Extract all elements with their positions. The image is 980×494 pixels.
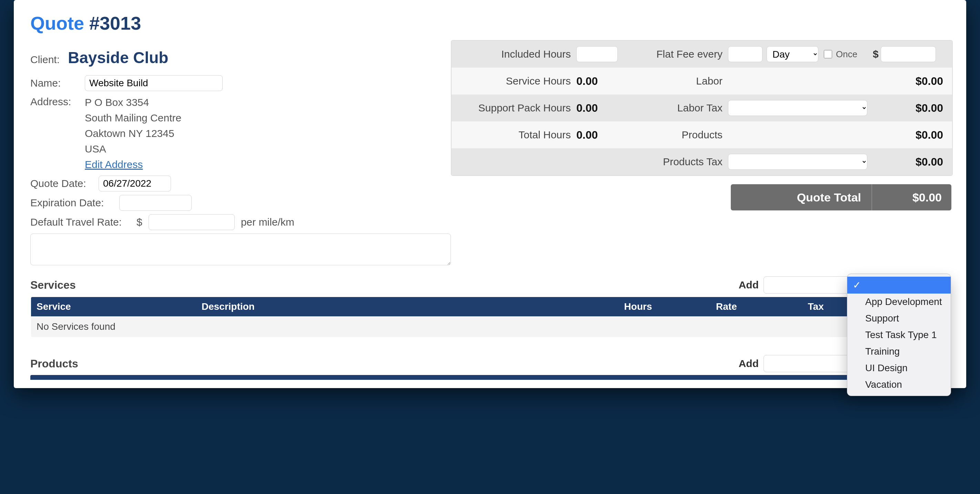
- name-label: Name:: [30, 77, 79, 89]
- travel-rate-currency: $: [137, 216, 142, 228]
- summary-table: Included Hours Flat Fee every Day Once: [451, 40, 953, 176]
- services-option-app-development[interactable]: App Development: [847, 293, 951, 310]
- products-label: Products: [625, 126, 725, 144]
- labor-tax-label: Labor Tax: [625, 99, 725, 117]
- services-table: Service Description Hours Rate Tax No Se…: [30, 296, 950, 338]
- flat-fee-amount-input[interactable]: [881, 46, 936, 62]
- page-title: Quote #3013: [30, 13, 950, 34]
- checkmark-icon: ✓: [853, 279, 861, 291]
- edit-address-link[interactable]: Edit Address: [85, 159, 143, 170]
- client-name: Bayside Club: [68, 48, 168, 67]
- services-option-training[interactable]: Training: [847, 343, 951, 360]
- client-label: Client:: [30, 54, 60, 65]
- address-line-4: USA: [85, 141, 181, 157]
- address-label: Address:: [30, 94, 79, 108]
- support-pack-hours-value: 0.00: [574, 98, 625, 118]
- included-hours-label: Included Hours: [457, 45, 574, 64]
- travel-rate-input[interactable]: [149, 214, 235, 230]
- once-checkbox[interactable]: [824, 50, 832, 58]
- labor-tax-select[interactable]: [728, 100, 867, 116]
- included-hours-input[interactable]: [576, 46, 618, 62]
- quote-date-input[interactable]: [99, 175, 171, 191]
- col-description: Description: [196, 297, 619, 316]
- quote-panel: Quote #3013 Client: Bayside Club Name: A…: [14, 0, 966, 388]
- service-hours-label: Service Hours: [457, 72, 574, 90]
- address-line-3: Oaktown NY 12345: [85, 126, 181, 141]
- labor-label: Labor: [625, 72, 725, 90]
- name-input[interactable]: [85, 75, 223, 91]
- products-table-header-bar: [30, 375, 950, 380]
- quote-total-amount: $0.00: [872, 191, 951, 204]
- address-block: P O Box 3354 South Mailing Centre Oaktow…: [85, 94, 181, 172]
- flat-fee-period-select[interactable]: Day: [767, 46, 818, 62]
- flat-fee-every-input[interactable]: [728, 46, 762, 62]
- address-line-2: South Mailing Centre: [85, 110, 181, 126]
- title-number: #3013: [89, 13, 141, 33]
- expiration-date-input[interactable]: [119, 195, 192, 211]
- services-empty-text: No Services found: [31, 316, 949, 337]
- flat-fee-label: Flat Fee every: [625, 45, 725, 64]
- services-empty-row: No Services found: [31, 316, 949, 337]
- services-add-dropdown[interactable]: ✓ App Development Support Test Task Type…: [847, 274, 951, 396]
- address-line-1: P O Box 3354: [85, 94, 181, 110]
- products-add-label: Add: [739, 358, 759, 370]
- title-word: Quote: [30, 13, 84, 33]
- service-hours-value: 0.00: [574, 72, 625, 91]
- products-title: Products: [30, 357, 78, 370]
- flat-fee-currency: $: [873, 48, 879, 60]
- support-pack-hours-label: Support Pack Hours: [457, 99, 574, 117]
- total-hours-label: Total Hours: [457, 126, 574, 144]
- expiration-date-label: Expiration Date:: [30, 197, 113, 209]
- products-tax-select[interactable]: [728, 154, 867, 170]
- col-hours: Hours: [619, 297, 711, 316]
- notes-textarea[interactable]: [30, 234, 451, 265]
- services-option-ui-design[interactable]: UI Design: [847, 360, 951, 376]
- travel-rate-label: Default Travel Rate:: [30, 216, 130, 228]
- products-tax-amount: $0.00: [870, 152, 946, 172]
- labor-tax-amount: $0.00: [870, 98, 946, 118]
- once-label: Once: [836, 49, 857, 60]
- products-tax-label: Products Tax: [625, 153, 725, 171]
- products-amount: $0.00: [870, 125, 946, 145]
- services-option-support[interactable]: Support: [847, 310, 951, 327]
- total-hours-value: 0.00: [574, 125, 625, 145]
- services-title: Services: [30, 279, 76, 292]
- services-option-test-task-type-1[interactable]: Test Task Type 1: [847, 327, 951, 343]
- quote-total-label: Quote Total: [731, 184, 872, 210]
- quote-date-label: Quote Date:: [30, 178, 92, 190]
- travel-rate-unit: per mile/km: [241, 216, 294, 228]
- col-rate: Rate: [710, 297, 802, 316]
- quote-total-bar: Quote Total $0.00: [731, 184, 951, 210]
- services-table-header: Service Description Hours Rate Tax: [31, 297, 949, 316]
- once-checkbox-wrap[interactable]: Once: [822, 49, 857, 60]
- services-add-label: Add: [739, 279, 759, 291]
- col-service: Service: [31, 297, 196, 316]
- labor-amount: $0.00: [870, 72, 946, 91]
- services-option-vacation[interactable]: Vacation: [847, 376, 951, 393]
- services-option-blank[interactable]: ✓: [847, 277, 951, 293]
